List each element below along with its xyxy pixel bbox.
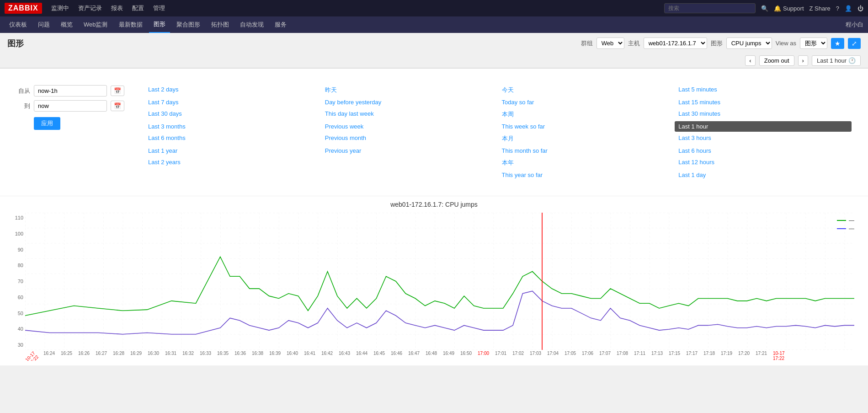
y-label-80: 80 [5,263,25,268]
quick-link-item[interactable]: Today so far [498,97,675,107]
group-select[interactable]: Web [596,38,624,49]
date-picker-panel: 自从 📅 到 📅 应用 Last 2 days昨天今天Last 5 minute… [7,76,861,188]
help-icon[interactable]: ? [836,5,839,12]
nav-problems[interactable]: 问题 [33,17,54,32]
quick-link-item[interactable]: Last 6 months [144,133,321,145]
support-link[interactable]: 🔔 Support [774,5,804,12]
nav-overview[interactable]: 概览 [56,17,77,32]
x-label: 16:24 [43,351,61,361]
x-label: 17:15 [669,351,686,361]
from-calendar-button[interactable]: 📅 [111,86,124,96]
x-label: 17:01 [495,351,512,361]
nav-dashboard[interactable]: 仪表板 [5,17,32,32]
quick-link-item[interactable]: Last 15 minutes [675,97,852,107]
zoom-out-button[interactable]: Zoom out [759,55,794,66]
quick-link-item[interactable]: Last 30 minutes [675,108,852,120]
quick-link-item[interactable]: Day before yesterday [321,97,498,107]
x-axis-labels: 10-1716:22 16:24 16:25 16:26 16:27 16:28… [25,350,863,361]
host-select[interactable]: web01-172.16.1.7 [644,38,707,49]
quick-link-item[interactable] [144,170,321,180]
nav-admin[interactable]: 管理 [153,0,165,16]
quick-link-item[interactable]: 昨天 [321,84,498,96]
top-nav-menu: 监测中 资产记录 报表 配置 管理 [51,0,165,16]
view-as-select[interactable]: 图形 [800,38,827,49]
page-header: 图形 群组 Web 主机 web01-172.16.1.7 图形 CPU jum… [0,33,868,54]
quick-link-item[interactable]: Last 2 days [144,84,321,96]
x-label: 16:29 [130,351,148,361]
quick-link-item[interactable]: Previous year [321,145,498,156]
quick-link-item[interactable]: This month so far [498,145,675,156]
to-calendar-button[interactable]: 📅 [111,101,124,111]
search-input[interactable] [664,3,756,13]
search-icon[interactable]: 🔍 [761,5,768,12]
graph-label: 图形 [711,39,723,48]
quick-link-item[interactable]: Last 5 minutes [675,84,852,96]
nav-reports[interactable]: 报表 [111,0,123,16]
legend-green-color [837,220,846,221]
quick-link-item[interactable]: Last 3 months [144,121,321,132]
quick-link-item[interactable]: Last 1 year [144,145,321,156]
graph-area: web01-172.16.1.7: CPU jumps 110 100 90 8… [0,196,868,365]
nav-latest[interactable]: 最新数据 [114,17,147,32]
power-icon[interactable]: ⏻ [857,5,863,12]
quick-link-item[interactable]: This week so far [498,121,675,132]
nav-monitor[interactable]: 监测中 [51,0,69,16]
from-input[interactable] [34,85,107,97]
nav-config[interactable]: 配置 [132,0,144,16]
quick-link-item[interactable]: Last 30 days [144,108,321,120]
expand-button[interactable]: ⤢ [848,38,861,49]
nav-screens[interactable]: 聚合图形 [172,17,205,32]
apply-button[interactable]: 应用 [34,117,60,130]
y-label-90: 90 [5,247,25,252]
x-label: 17:06 [582,351,599,361]
share-link[interactable]: Z Share [809,5,831,12]
page-header-wrap: 图形 群组 Web 主机 web01-172.16.1.7 图形 CPU jum… [0,33,868,69]
quick-link-item[interactable]: Last 12 hours [675,157,852,169]
star-button[interactable]: ★ [831,38,844,49]
from-row: 自从 📅 [16,85,126,97]
nav-services[interactable]: 服务 [270,17,291,32]
quick-link-item[interactable]: 本年 [498,157,675,169]
graph-select[interactable]: CPU jumps [726,38,772,49]
host-label: 主机 [628,39,640,48]
quick-link-item[interactable]: Previous week [321,121,498,132]
x-label: 16:26 [78,351,96,361]
quick-link-item[interactable]: Last 3 hours [675,133,852,145]
view-as-label: View as [776,40,796,47]
nav-topology[interactable]: 拓扑图 [207,17,234,32]
x-label: 17:19 [721,351,738,361]
nav-web[interactable]: Web监测 [79,17,112,32]
quick-link-item[interactable]: Last 6 hours [675,145,852,156]
x-label: 16:48 [426,351,443,361]
quick-link-item[interactable]: 本周 [498,108,675,120]
quick-link-item[interactable]: Last 2 years [144,157,321,169]
zoom-next-button[interactable]: › [798,55,808,66]
quick-link-item[interactable]: 本月 [498,133,675,145]
x-label: 17:21 [756,351,773,361]
nav-discovery[interactable]: 自动发现 [235,17,268,32]
quick-link-item[interactable]: Last 7 days [144,97,321,107]
nav-assets[interactable]: 资产记录 [78,0,102,16]
zoom-prev-button[interactable]: ‹ [745,55,755,66]
quick-link-item[interactable] [321,170,498,180]
quick-link-item[interactable]: This day last week [321,108,498,120]
to-input[interactable] [34,100,107,112]
top-nav: ZABBIX 监测中 资产记录 报表 配置 管理 🔍 🔔 Support Z S… [0,0,868,16]
to-row: 到 📅 [16,100,126,112]
x-label: 16:33 [200,351,217,361]
quick-link-item[interactable]: Previous month [321,133,498,145]
quick-link-item[interactable]: Last 1 day [675,170,852,180]
nav-graphs[interactable]: 图形 [149,16,170,33]
x-label: 16:44 [356,351,373,361]
quick-link-item[interactable]: This year so far [498,170,675,180]
chart-svg [25,213,854,350]
last-hour-badge: Last 1 hour 🕐 [812,55,861,66]
x-label: 17:02 [512,351,530,361]
legend-area: — — [837,217,854,232]
y-label-60: 60 [5,295,25,300]
user-icon[interactable]: 👤 [845,5,852,12]
quick-link-item[interactable]: 今天 [498,84,675,96]
quick-link-item[interactable] [321,157,498,169]
x-label: 16:28 [113,351,130,361]
quick-link-item[interactable]: Last 1 hour [675,121,852,132]
